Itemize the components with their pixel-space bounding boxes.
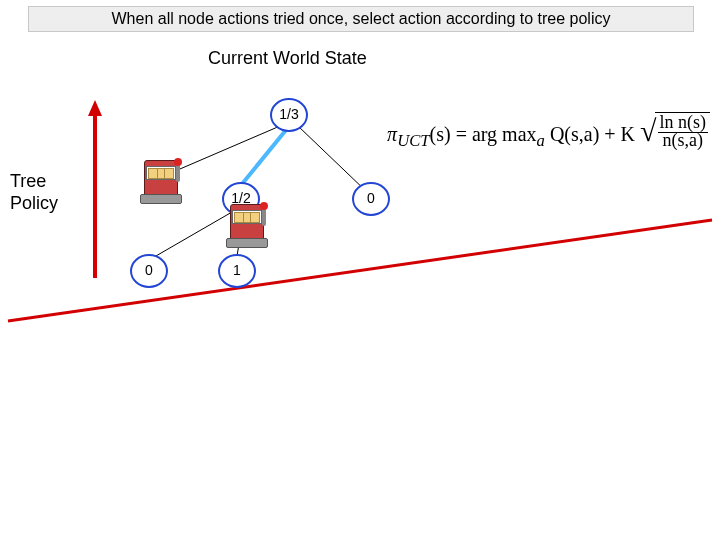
formula-pi: π	[387, 123, 397, 145]
node-leaf-left: 0	[130, 254, 168, 288]
svg-line-4	[242, 130, 286, 184]
connector-lines	[0, 0, 720, 540]
svg-marker-1	[88, 100, 102, 116]
title-bar: When all node actions tried once, select…	[28, 6, 694, 32]
slot-machine-icon	[138, 160, 182, 202]
formula-q: Q(s,a) + K	[545, 123, 635, 145]
node-right: 0	[352, 182, 390, 216]
svg-line-2	[8, 220, 712, 321]
node-leaf-right: 1	[218, 254, 256, 288]
formula-sub: UCT	[397, 131, 429, 150]
side-line2: Policy	[10, 193, 58, 213]
side-line1: Tree	[10, 171, 46, 191]
tree-policy-label: Tree Policy	[10, 170, 58, 214]
slot-machine-icon	[224, 204, 268, 246]
sqrt-icon: √ ln n(s) n(s,a)	[640, 112, 710, 149]
formula-argsub: a	[537, 131, 545, 150]
formula-den: n(s,a)	[663, 130, 703, 150]
diagram-stage: When all node actions tried once, select…	[0, 0, 720, 540]
formula-argmax: (s) = arg max	[430, 123, 537, 145]
subtitle: Current World State	[208, 48, 367, 69]
svg-line-5	[298, 126, 368, 193]
uct-formula: πUCT(s) = arg maxa Q(s,a) + K √ ln n(s) …	[387, 112, 710, 151]
node-root: 1/3	[270, 98, 308, 132]
svg-line-6	[149, 212, 232, 260]
